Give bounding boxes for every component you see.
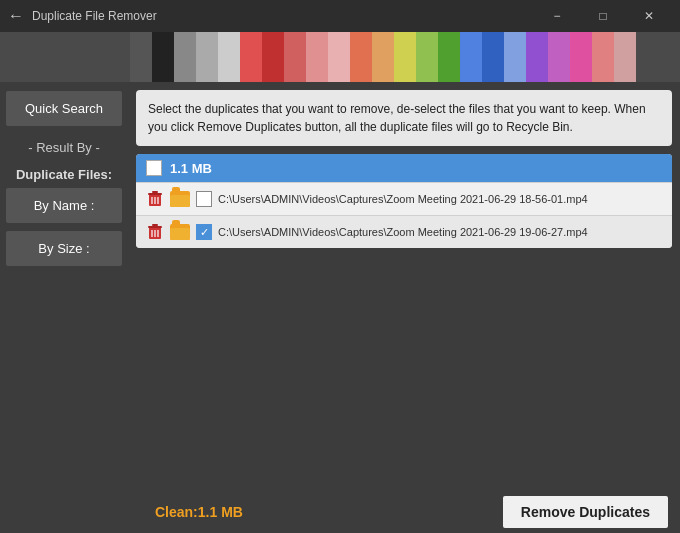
info-box: Select the duplicates that you want to r… bbox=[136, 90, 672, 146]
delete-icon[interactable] bbox=[146, 189, 164, 209]
title-bar: ← Duplicate File Remover − □ ✕ bbox=[0, 0, 680, 32]
color-swatch bbox=[460, 32, 482, 82]
color-swatches bbox=[130, 32, 636, 82]
color-swatch bbox=[592, 32, 614, 82]
svg-rect-8 bbox=[148, 226, 162, 228]
color-swatch bbox=[570, 32, 592, 82]
maximize-button[interactable]: □ bbox=[580, 0, 626, 32]
duplicate-group: ✓ 1.1 MB C:\Users\ADMIN\Videos\Captures\… bbox=[136, 154, 672, 248]
color-swatch bbox=[482, 32, 504, 82]
svg-rect-1 bbox=[148, 193, 162, 195]
title-bar-left: ← Duplicate File Remover bbox=[8, 7, 157, 25]
folder-icon[interactable] bbox=[170, 224, 190, 240]
group-size: 1.1 MB bbox=[170, 161, 212, 176]
color-swatch bbox=[130, 32, 152, 82]
dup-group-header: ✓ 1.1 MB bbox=[136, 154, 672, 182]
by-size-button[interactable]: By Size : bbox=[6, 231, 122, 266]
color-swatch bbox=[174, 32, 196, 82]
info-text: Select the duplicates that you want to r… bbox=[148, 102, 646, 134]
color-swatch bbox=[218, 32, 240, 82]
group-checkmark: ✓ bbox=[149, 161, 159, 175]
file-select-checkbox[interactable] bbox=[196, 191, 212, 207]
folder-icon[interactable] bbox=[170, 191, 190, 207]
file-row: C:\Users\ADMIN\Videos\Captures\Zoom Meet… bbox=[136, 182, 672, 215]
file-rows: C:\Users\ADMIN\Videos\Captures\Zoom Meet… bbox=[136, 182, 672, 248]
sidebar: Quick Search - Result By - Duplicate Fil… bbox=[0, 82, 128, 533]
file-row: ✓C:\Users\ADMIN\Videos\Captures\Zoom Mee… bbox=[136, 215, 672, 248]
duplicate-files-label: Duplicate Files: bbox=[4, 167, 124, 182]
file-path: C:\Users\ADMIN\Videos\Captures\Zoom Meet… bbox=[218, 193, 662, 205]
color-swatch bbox=[504, 32, 526, 82]
color-swatch bbox=[306, 32, 328, 82]
close-button[interactable]: ✕ bbox=[626, 0, 672, 32]
color-swatch bbox=[240, 32, 262, 82]
app-title: Duplicate File Remover bbox=[32, 9, 157, 23]
by-name-button[interactable]: By Name : bbox=[6, 188, 122, 223]
color-banner bbox=[0, 32, 680, 82]
color-swatch bbox=[548, 32, 570, 82]
remove-duplicates-button[interactable]: Remove Duplicates bbox=[503, 496, 668, 528]
color-swatch bbox=[526, 32, 548, 82]
color-swatch bbox=[394, 32, 416, 82]
main-layout: Quick Search - Result By - Duplicate Fil… bbox=[0, 82, 680, 533]
svg-rect-6 bbox=[170, 195, 190, 207]
color-swatch bbox=[196, 32, 218, 82]
content-area: Select the duplicates that you want to r… bbox=[128, 82, 680, 533]
back-button[interactable]: ← bbox=[8, 7, 24, 25]
delete-icon[interactable] bbox=[146, 222, 164, 242]
color-swatch bbox=[284, 32, 306, 82]
color-swatch bbox=[262, 32, 284, 82]
color-swatch bbox=[350, 32, 372, 82]
window-controls: − □ ✕ bbox=[534, 0, 672, 32]
quick-search-button[interactable]: Quick Search bbox=[6, 91, 122, 126]
result-by-label: - Result By - bbox=[4, 136, 124, 159]
clean-label: Clean:1.1 MB bbox=[155, 504, 243, 520]
file-path: C:\Users\ADMIN\Videos\Captures\Zoom Meet… bbox=[218, 226, 662, 238]
svg-rect-2 bbox=[152, 191, 158, 193]
svg-rect-13 bbox=[170, 228, 190, 240]
color-swatch bbox=[438, 32, 460, 82]
color-swatch bbox=[372, 32, 394, 82]
color-swatch bbox=[328, 32, 350, 82]
color-swatch bbox=[416, 32, 438, 82]
group-select-checkbox[interactable]: ✓ bbox=[146, 160, 162, 176]
color-swatch bbox=[152, 32, 174, 82]
svg-rect-9 bbox=[152, 224, 158, 226]
color-swatch bbox=[614, 32, 636, 82]
file-select-checkbox[interactable]: ✓ bbox=[196, 224, 212, 240]
bottom-bar: Clean:1.1 MB Remove Duplicates bbox=[0, 491, 680, 533]
minimize-button[interactable]: − bbox=[534, 0, 580, 32]
